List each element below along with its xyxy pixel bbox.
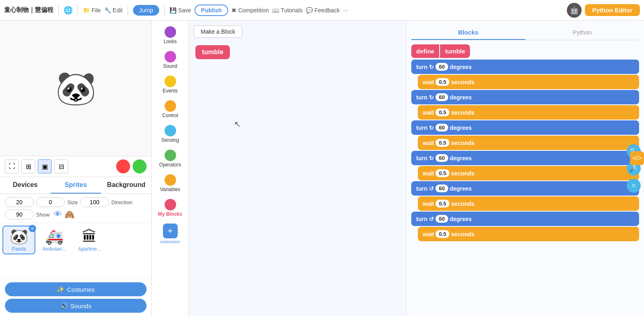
show-visible-icon[interactable]: 👁 [54,210,62,219]
cat-events[interactable]: Events [152,73,188,96]
tab-sprites[interactable]: Sprites [50,177,101,194]
turn-unit-4: degrees [450,155,472,161]
block-workspace[interactable]: Make a Block tumble ↖ [189,21,406,316]
sprite-item-panda[interactable]: ✕ 🐼 Panda [2,226,35,254]
wait-unit-1: seconds [451,79,474,85]
cat-control[interactable]: Control [152,98,188,121]
jump-button[interactable]: Jump [133,5,159,16]
wait-block-6[interactable]: wait 0.5 seconds [418,227,639,241]
wait-label-2: wait [423,109,434,116]
sprite-item-ambulance[interactable]: 🚑 Ambulan... [38,226,71,254]
cat-myblocks[interactable]: My Blocks [152,196,188,219]
cat-operators[interactable]: Operators [152,147,188,170]
events-dot [165,76,176,87]
define-name: tumble [440,44,470,58]
cat-variables[interactable]: Variables [152,172,188,195]
operators-dot [165,150,176,161]
turn-val-1[interactable]: 60 [435,63,448,71]
turn-block-1[interactable]: turn ↻ 60 degrees [411,60,639,74]
brand-label: 童心制物｜慧偏程 [4,6,53,14]
x-position-field[interactable] [5,197,34,207]
grid-button1[interactable]: ⊞ [21,159,35,173]
variables-dot [165,174,176,186]
turn-val-5[interactable]: 60 [435,185,448,192]
stop-button[interactable] [116,159,130,173]
sprite-item-apartment[interactable]: 🏛 Apartme... [73,226,106,254]
more-button[interactable]: ··· [343,7,348,14]
costumes-icon: ✨ [57,286,64,293]
turn-val-2[interactable]: 60 [435,93,448,101]
feedback-button[interactable]: 💬 Feedback [306,7,339,14]
turn-block-6[interactable]: turn ↺ 60 degrees [411,212,639,226]
turn-dir-icon-1: ↻ [429,64,434,70]
cat-sound[interactable]: Sound [152,48,188,72]
tab-python[interactable]: Python [525,25,639,40]
turn-block-3[interactable]: turn ↻ 60 degrees [411,120,639,135]
python-editor-button[interactable]: Python Editor [585,4,640,16]
direction-field[interactable] [5,210,34,219]
turn-val-4[interactable]: 60 [435,154,448,162]
size-field[interactable] [80,197,109,207]
stage-panda-sprite: 🐼 [55,69,96,108]
wait-block-3[interactable]: wait 0.5 seconds [418,136,639,150]
code-toggle-button[interactable]: </> [630,151,644,165]
left-panel: 🐼 ⛶ ⊞ ▣ ⊟ Devices Sprites Background [0,21,152,316]
turn-block-4[interactable]: turn ↻ 60 degrees [411,151,639,165]
feedback-icon: 💬 [306,7,313,14]
extension-button[interactable]: + extension [152,221,188,247]
wait-val-2[interactable]: 0.5 [435,108,449,116]
sprite-tabs: Devices Sprites Background [0,177,151,194]
wait-block-1[interactable]: wait 0.5 seconds [418,75,639,89]
turn-label-5: turn [416,185,427,192]
tab-devices[interactable]: Devices [0,177,50,194]
wait-val-6[interactable]: 0.5 [435,230,449,238]
grid-button2[interactable]: ▣ [38,159,52,173]
competition-button[interactable]: ✖ Competition [231,7,269,14]
turn-label-3: turn [416,125,427,131]
grid-button3[interactable]: ⊟ [54,159,68,173]
sounds-button[interactable]: 🔊 Sounds [5,299,147,313]
make-block-button[interactable]: Make a Block [194,25,242,38]
wait-val-4[interactable]: 0.5 [435,169,449,177]
wait-val-5[interactable]: 0.5 [435,200,449,208]
wait-val-1[interactable]: 0.5 [435,78,449,86]
turn-unit-1: degrees [450,64,472,70]
turn-val-3[interactable]: 60 [435,124,448,131]
ambulance-label: Ambulan... [40,246,68,252]
save-button[interactable]: 💾 Save [170,7,191,14]
tab-background[interactable]: Background [101,177,151,194]
y-position-field[interactable] [36,197,65,207]
top-nav: 童心制物｜慧偏程 🌐 📁 File 🔧 Edit Jump 💾 Save Pub… [0,0,644,21]
wait-block-2[interactable]: wait 0.5 seconds [418,105,639,120]
turn-label-1: turn [416,64,427,70]
tab-blocks[interactable]: Blocks [411,25,525,40]
equalize-button[interactable]: = [627,179,641,193]
wait-block-4[interactable]: wait 0.5 seconds [418,166,639,180]
file-button[interactable]: 📁 File [83,7,101,14]
turn-block-5[interactable]: turn ↺ 60 degrees [411,181,639,196]
tutorials-button[interactable]: 📖 Tutorials [272,7,303,14]
wait-block-5[interactable]: wait 0.5 seconds [418,196,639,211]
costumes-button[interactable]: ✨ Costumes [5,282,147,296]
sprite-close-panda[interactable]: ✕ [29,225,36,232]
cat-sensing[interactable]: Sensing [152,122,188,145]
cat-looks[interactable]: Looks [152,24,188,47]
edit-button[interactable]: 🔧 Edit [104,7,123,14]
direction-label: Direction [111,199,132,205]
turn-val-6[interactable]: 60 [435,215,448,223]
wait-val-3[interactable]: 0.5 [435,139,449,147]
show-hidden-icon[interactable]: 🙈 [64,210,75,219]
wait-label-3: wait [423,140,434,146]
go-button[interactable] [133,159,147,173]
globe-icon[interactable]: 🌐 [64,6,73,15]
wait-unit-3: seconds [451,140,474,146]
turn-dir-icon-3: ↻ [429,125,434,131]
wait-label-5: wait [423,201,434,207]
save-icon: 💾 [170,7,176,14]
turn-dir-icon-4: ↻ [429,155,434,161]
fullscreen-button[interactable]: ⛶ [5,159,19,173]
turn-block-2[interactable]: turn ↻ 60 degrees [411,90,639,104]
publish-button[interactable]: Publish [195,5,229,16]
stage-area: 🐼 [0,21,151,156]
tumble-definition-block[interactable]: tumble [195,45,230,59]
